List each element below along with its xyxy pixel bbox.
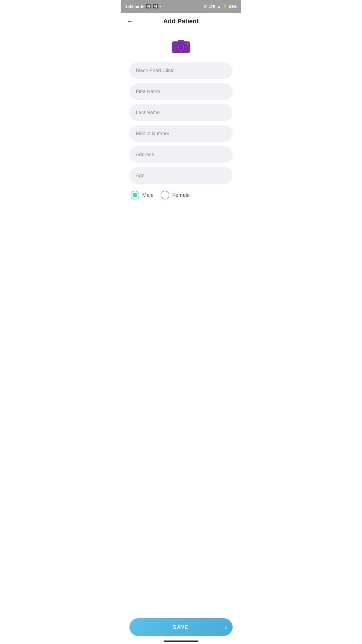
dot-indicator: • [160,4,161,9]
last-name-field[interactable] [129,104,233,121]
status-bar: 3:43 ☷ ▶ VI VI • ✖ LTE ▲ 🔋 91% [121,0,241,13]
svg-point-5 [187,43,188,45]
female-label: Female [172,192,190,198]
male-label: Male [142,192,154,198]
svg-rect-4 [178,40,184,43]
vi-badge-1: VI [146,4,151,8]
male-radio[interactable] [131,191,139,200]
message-icon: ☷ [135,4,139,9]
mobile-number-field[interactable] [129,125,233,142]
clinic-field[interactable] [129,62,233,79]
battery-icon: 🔋 [223,4,227,9]
battery-label: 91% [229,4,237,9]
svg-point-3 [180,46,182,49]
camera-icon[interactable] [171,37,191,54]
status-right: ✖ LTE ▲ 🔋 91% [204,4,237,9]
first-name-field[interactable] [129,83,233,100]
time-display: 3:43 [125,4,133,9]
photo-upload-area[interactable] [121,30,241,62]
camera-svg [171,37,191,54]
address-field[interactable] [129,146,233,163]
back-button[interactable]: ← [126,18,133,25]
lte-label: LTE [209,4,216,9]
male-option[interactable]: Male [131,191,154,200]
location-icon: ▶ [141,4,144,9]
bluetooth-icon: ✖ [204,4,207,9]
female-option[interactable]: Female [161,191,190,200]
vi-badge-2: VI [153,4,158,8]
back-arrow-icon: ← [126,18,133,25]
age-field[interactable] [129,167,233,184]
female-radio[interactable] [161,191,169,200]
status-left: 3:43 ☷ ▶ VI VI • [125,4,161,9]
page-title: Add Patient [163,18,199,25]
patient-form: Male Female [121,62,241,202]
gender-selection: Male Female [129,188,233,202]
signal-icon: ▲ [217,4,221,9]
page-header: ← Add Patient [121,13,241,30]
